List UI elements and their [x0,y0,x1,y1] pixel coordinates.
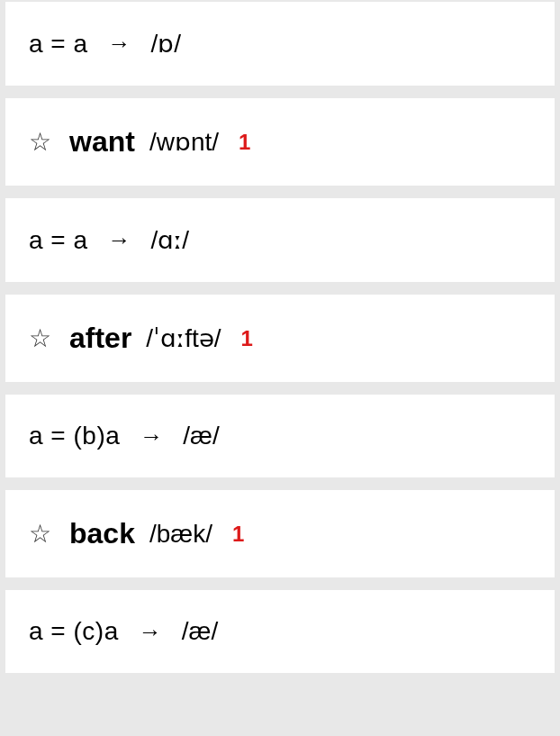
star-icon[interactable]: ☆ [29,130,51,155]
rule-card[interactable]: a = (b)a → /æ/ [5,395,555,477]
word-pronunciation: /ˈɑːftə/ [146,323,221,353]
word-count: 1 [239,130,250,155]
rule-phoneme: /ɒ/ [151,29,182,59]
rule-phoneme: /æ/ [183,422,219,450]
rule-card[interactable]: a = a → /ɑː/ [5,198,555,282]
word-text: back [69,517,135,550]
word-text: want [69,125,135,159]
word-count: 1 [240,326,252,351]
word-pronunciation: /bæk/ [149,520,212,549]
word-pronunciation: /wɒnt/ [149,127,219,157]
word-text: after [69,322,131,355]
star-icon[interactable]: ☆ [29,326,51,351]
rule-lhs: a = (b)a [29,422,120,450]
arrow-icon: → [131,423,172,450]
card-list: a = a → /ɒ/ ☆ want /wɒnt/ 1 a = a → /ɑː/… [0,0,560,675]
arrow-icon: → [99,30,140,58]
rule-lhs: a = a [29,226,88,255]
rule-lhs: a = (c)a [29,617,119,646]
rule-phoneme: /ɑː/ [151,225,190,255]
rule-card[interactable]: a = (c)a → /æ/ [5,590,555,673]
star-icon[interactable]: ☆ [29,522,51,547]
word-card[interactable]: ☆ back /bæk/ 1 [5,490,555,577]
rule-phoneme: /æ/ [182,617,218,646]
arrow-icon: → [130,618,171,646]
arrow-icon: → [99,226,140,254]
rule-card[interactable]: a = a → /ɒ/ [5,2,555,86]
word-card[interactable]: ☆ want /wɒnt/ 1 [5,98,555,186]
rule-lhs: a = a [29,30,88,59]
word-count: 1 [232,522,244,547]
word-card[interactable]: ☆ after /ˈɑːftə/ 1 [5,295,555,382]
